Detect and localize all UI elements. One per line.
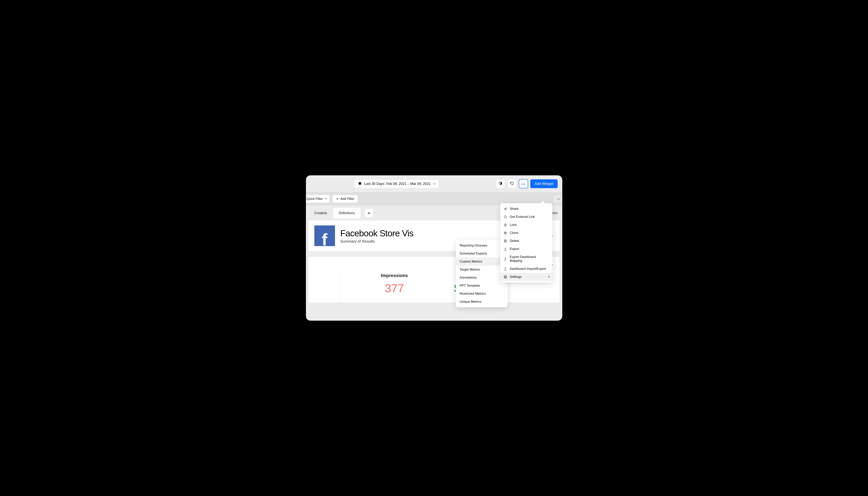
- export-icon: [504, 267, 507, 270]
- menu-item-label: Settings: [510, 275, 521, 279]
- svg-point-5: [523, 184, 524, 185]
- facebook-f-icon: f: [322, 231, 328, 248]
- plus-icon: +: [367, 210, 370, 216]
- date-range-label: Last 30 Days: Feb 08, 2021 – Mar 09, 202…: [364, 182, 431, 186]
- calendar-icon: [358, 182, 362, 186]
- link-icon: [504, 215, 507, 219]
- menu-item-share[interactable]: Share: [500, 205, 552, 213]
- header-text-block: Facebook Store Vis Summary of Results: [340, 228, 414, 244]
- svg-rect-1: [359, 182, 359, 183]
- svg-rect-13: [504, 225, 506, 226]
- export-icon: [504, 247, 507, 251]
- submenu-item-scheduled-exports[interactable]: Scheduled Exports: [456, 249, 507, 258]
- svg-rect-0: [359, 182, 361, 185]
- menu-item-dashboard-import-export[interactable]: Dashboard Import/Export: [500, 265, 552, 273]
- svg-rect-2: [360, 182, 361, 183]
- submenu-item-unique-metrics[interactable]: Unique Metrics: [456, 298, 507, 306]
- quick-filter-label: Quick Filter: [306, 197, 323, 201]
- submenu-item-ppt-template[interactable]: PPT Template: [456, 282, 507, 290]
- plus-icon: +: [336, 197, 338, 201]
- svg-point-6: [524, 184, 526, 185]
- menu-item-label: Dashboard Import/Export: [510, 267, 546, 271]
- metric-value: 377: [342, 282, 446, 295]
- svg-point-4: [521, 184, 522, 185]
- metrics-gutter: [309, 268, 341, 303]
- trash-icon: [504, 239, 507, 243]
- menu-item-label: Lock: [510, 223, 517, 227]
- menu-item-label: Delete: [510, 239, 519, 243]
- menu-item-label: Export: [510, 247, 519, 251]
- refresh-button[interactable]: [507, 179, 517, 188]
- submenu-item-annotations[interactable]: Annotations: [456, 274, 507, 282]
- add-filter-button[interactable]: + Add Filter: [333, 195, 358, 203]
- menu-item-label: Export Dashboard Mapping: [510, 255, 549, 263]
- gear-icon: [504, 275, 507, 279]
- clone-icon: [504, 231, 507, 235]
- menu-item-label: Share: [510, 207, 518, 211]
- top-bar: Last 30 Days: Feb 08, 2021 – Mar 09, 202…: [306, 175, 562, 192]
- lock-icon: [504, 223, 507, 227]
- add-widget-button[interactable]: Add Widget: [530, 179, 558, 188]
- chevron-down-icon: [433, 182, 436, 185]
- export-icon: [504, 258, 507, 261]
- date-range-picker[interactable]: Last 30 Days: Feb 08, 2021 – Mar 09, 202…: [354, 180, 439, 188]
- metric-impressions: Impressions 377: [341, 268, 448, 303]
- menu-item-clone[interactable]: Clone: [500, 229, 552, 237]
- svg-rect-14: [505, 232, 507, 234]
- triangle-down-icon: [325, 198, 326, 199]
- main-dropdown-menu: ShareGet External LinkLockCloneDeleteExp…: [500, 203, 552, 282]
- tab-definitions[interactable]: Definitions: [333, 207, 361, 219]
- page-title: Facebook Store Vis: [340, 228, 414, 238]
- dashboard-window: Last 30 Days: Feb 08, 2021 – Mar 09, 202…: [306, 175, 562, 321]
- save-button-partial[interactable]: ve: [554, 195, 562, 203]
- add-tab-button[interactable]: +: [365, 208, 374, 217]
- menu-item-label: Clone: [510, 231, 518, 235]
- submenu-item-custom-metrics[interactable]: Custom Metrics: [456, 258, 507, 266]
- chevron-right-icon: [548, 275, 550, 279]
- facebook-logo: f: [314, 226, 335, 246]
- menu-item-export-dashboard-mapping[interactable]: Export Dashboard Mapping: [500, 253, 552, 265]
- menu-item-export[interactable]: Export: [500, 245, 552, 253]
- quick-filter-dropdown[interactable]: Quick Filter: [306, 195, 330, 203]
- theme-toggle-button[interactable]: [496, 179, 505, 188]
- settings-submenu: Reporting GlossaryScheduled ExportsCusto…: [456, 240, 507, 307]
- menu-item-lock[interactable]: Lock: [500, 221, 552, 229]
- dots-horizontal-icon: [521, 182, 526, 185]
- svg-point-17: [505, 277, 506, 277]
- menu-item-get-external-link[interactable]: Get External Link: [500, 213, 552, 221]
- menu-item-delete[interactable]: Delete: [500, 237, 552, 245]
- metric-label: Impressions: [342, 273, 446, 278]
- share-icon: [504, 207, 507, 211]
- contrast-icon: [499, 182, 502, 186]
- submenu-item-restricted-metrics[interactable]: Restricted Metrics: [456, 290, 507, 298]
- refresh-icon: [510, 182, 514, 186]
- add-filter-label: Add Filter: [340, 197, 354, 201]
- menu-item-label: Get External Link: [510, 215, 535, 219]
- tab-creative[interactable]: Creative: [309, 208, 333, 219]
- page-subtitle: Summary of Results: [340, 239, 414, 244]
- submenu-item-reporting-glossary[interactable]: Reporting Glossary: [456, 242, 507, 249]
- more-options-button[interactable]: [519, 179, 528, 188]
- submenu-item-target-metrics[interactable]: Target Metrics: [456, 266, 507, 274]
- menu-item-settings[interactable]: Settings: [500, 273, 552, 281]
